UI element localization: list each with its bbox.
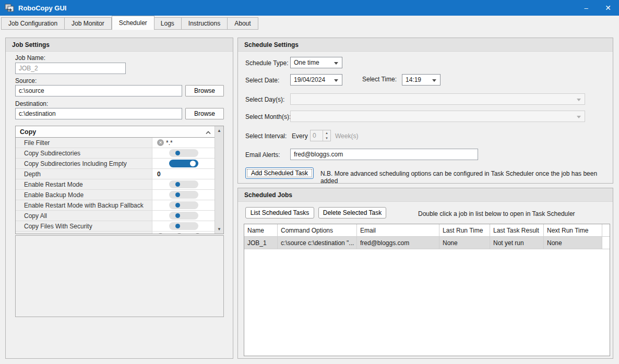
copy-group-header[interactable]: Copy — [16, 126, 223, 138]
copy-option-value[interactable] — [152, 159, 215, 168]
table-cell: c:\source c:\destination "... — [278, 237, 357, 249]
job-settings-panel: Job Settings Job Name: Source: Browse De… — [5, 38, 233, 359]
copy-option-label: Copy All — [16, 211, 152, 221]
toggle-off-icon[interactable] — [169, 191, 198, 199]
spinner-down-icon: ▼ — [323, 136, 330, 141]
email-alerts-input[interactable] — [290, 149, 478, 160]
copy-group-title: Copy — [20, 128, 36, 136]
copy-option-row: Enable Restart Mode — [16, 179, 215, 190]
copy-flag-t[interactable]: T — [203, 233, 207, 235]
column-header-name[interactable]: Name — [244, 224, 278, 236]
option-value-text[interactable]: 0 — [157, 171, 161, 178]
select-days-label: Select Day(s): — [245, 96, 284, 103]
scheduling-note: N.B. More advanced scheduling options ca… — [320, 170, 610, 185]
email-alerts-label: Email Alerts: — [245, 151, 280, 159]
copy-option-row: Copy Flags✕D✕A✕T — [16, 232, 215, 234]
toggle-off-icon[interactable] — [169, 180, 198, 188]
copy-option-row: Enable Restart Mode with Backup Fallback — [16, 200, 215, 211]
job-name-label: Job Name: — [15, 54, 45, 62]
scheduled-jobs-panel: Scheduled Jobs List Scheduled Tasks Dele… — [237, 188, 613, 359]
copy-option-value[interactable] — [152, 179, 215, 189]
schedule-type-label: Schedule Type: — [245, 59, 289, 67]
table-cell: None — [439, 237, 490, 249]
job-name-input[interactable] — [15, 63, 126, 74]
tab-about[interactable]: About — [228, 17, 258, 30]
clear-flag-icon[interactable]: ✕ — [157, 233, 164, 234]
column-header-last-task-result[interactable]: Last Task Result — [490, 224, 544, 236]
column-header-next-run-time[interactable]: Next Run Time — [544, 224, 602, 236]
copy-option-label: File Filter — [16, 138, 152, 148]
copy-option-value[interactable] — [152, 211, 215, 221]
delete-selected-task-button[interactable]: Delete Selected Task — [318, 207, 386, 219]
table-row[interactable]: JOB_1c:\source c:\destination "...fred@b… — [244, 237, 610, 249]
minimize-button[interactable]: – — [575, 0, 597, 16]
app-window: RoboCopy GUI – ✕ Job ConfigurationJob Mo… — [0, 0, 619, 364]
tab-scheduler[interactable]: Scheduler — [112, 16, 154, 30]
copy-grid-scrollbar[interactable]: ▲ ▼ — [215, 126, 223, 234]
copy-flag-d[interactable]: D — [166, 233, 171, 235]
filter-value[interactable]: *.* — [166, 139, 173, 147]
clear-flag-icon[interactable]: ✕ — [194, 233, 201, 234]
source-input[interactable] — [15, 85, 182, 96]
destination-input[interactable] — [15, 108, 182, 119]
every-label: Every — [292, 132, 308, 140]
toggle-off-icon[interactable] — [169, 222, 198, 230]
tab-job-monitor[interactable]: Job Monitor — [65, 17, 112, 30]
add-scheduled-task-button[interactable]: Add Scheduled Task — [245, 167, 314, 179]
copy-option-value[interactable] — [152, 221, 215, 231]
toggle-off-icon[interactable] — [169, 201, 198, 209]
destination-browse-button[interactable]: Browse — [185, 108, 224, 119]
copy-option-value[interactable] — [152, 200, 215, 210]
toggle-knob — [175, 203, 180, 208]
select-time-label: Select Time: — [362, 76, 397, 83]
scrollbar-down-icon[interactable]: ▼ — [215, 227, 223, 232]
select-time-combo[interactable]: 14:19 — [402, 74, 441, 86]
table-cell: JOB_1 — [244, 237, 278, 249]
source-label: Source: — [15, 77, 37, 84]
copy-option-value[interactable] — [152, 148, 215, 158]
copy-option-value[interactable] — [152, 190, 215, 200]
copy-option-row: Depth0 — [16, 169, 215, 179]
job-description-box[interactable] — [15, 235, 224, 317]
destination-label: Destination: — [15, 100, 48, 107]
scheduled-jobs-header: Scheduled Jobs — [238, 188, 613, 202]
copy-option-value[interactable]: 0 — [152, 169, 215, 179]
copy-option-row: Copy Subdirectories Including Empty — [16, 159, 215, 169]
chevron-down-icon — [432, 79, 436, 82]
column-header-command-options[interactable]: Command Options — [278, 224, 357, 236]
select-months-combo — [290, 111, 585, 122]
clear-filter-icon[interactable]: ✕ — [157, 139, 164, 146]
tab-instructions[interactable]: Instructions — [182, 17, 228, 30]
close-button[interactable]: ✕ — [597, 0, 619, 16]
schedule-type-combo[interactable]: One time — [290, 57, 342, 68]
list-scheduled-tasks-button[interactable]: List Scheduled Tasks — [245, 207, 314, 219]
toggle-knob — [175, 182, 180, 187]
copy-option-value[interactable]: ✕D✕A✕T — [152, 232, 215, 234]
toggle-off-icon[interactable] — [169, 212, 198, 220]
select-months-label: Select Month(s): — [245, 113, 291, 120]
tab-logs[interactable]: Logs — [154, 17, 182, 30]
clear-flag-icon[interactable]: ✕ — [176, 233, 183, 234]
toggle-on-icon[interactable] — [169, 160, 198, 167]
table-header-row: NameCommand OptionsEmailLast Run TimeLas… — [244, 224, 610, 237]
source-browse-button[interactable]: Browse — [185, 85, 224, 96]
schedule-settings-header: Schedule Settings — [238, 38, 613, 52]
column-header-last-run-time[interactable]: Last Run Time — [439, 224, 490, 236]
chevron-down-icon — [334, 79, 338, 82]
toggle-knob — [175, 151, 180, 155]
title-bar: RoboCopy GUI – ✕ — [0, 0, 619, 16]
column-header-email[interactable]: Email — [357, 224, 439, 236]
select-interval-label: Select Interval: — [245, 132, 287, 140]
toggle-knob — [175, 213, 180, 218]
copy-option-value[interactable]: ✕*.* — [152, 138, 215, 148]
toggle-off-icon[interactable] — [169, 149, 198, 157]
collapse-chevron-icon[interactable] — [206, 129, 211, 136]
copy-option-label: Enable Backup Mode — [16, 190, 152, 200]
select-date-combo[interactable]: 19/04/2024 — [290, 74, 342, 86]
scheduled-jobs-table[interactable]: NameCommand OptionsEmailLast Run TimeLas… — [244, 224, 610, 356]
scrollbar-up-icon[interactable]: ▲ — [215, 128, 223, 133]
schedule-type-value: One time — [294, 59, 319, 66]
copy-option-row: File Filter✕*.* — [16, 138, 215, 148]
tab-job-configuration[interactable]: Job Configuration — [1, 17, 65, 30]
copy-flag-a[interactable]: A — [185, 233, 189, 235]
